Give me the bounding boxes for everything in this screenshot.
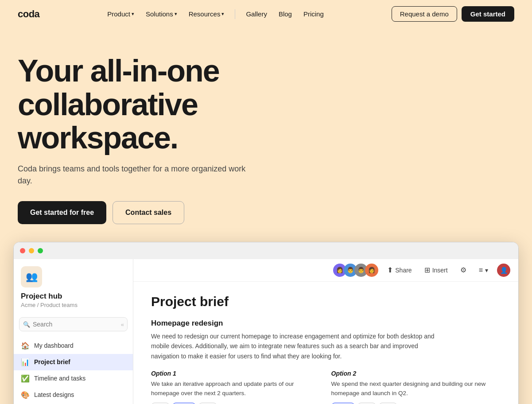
chevron-down-icon: ▾ <box>132 11 134 17</box>
hero-title: Your all-in-one collaborative workspace. <box>18 54 328 155</box>
sidebar-header: 👥 Project hub Acme / Product teams <box>14 266 133 314</box>
nav-right: Request a demo Get started <box>392 6 514 22</box>
collapse-icon[interactable]: « <box>121 321 124 327</box>
share-icon: ⬆ <box>387 266 393 274</box>
nav-gallery[interactable]: Gallery <box>241 8 272 20</box>
nav-resources[interactable]: Resources ▾ <box>184 8 229 20</box>
settings-button[interactable]: ⚙ <box>457 264 470 276</box>
timeline-icon: ✅ <box>21 374 30 383</box>
sidebar-search-wrap: 🔍 « <box>19 317 128 331</box>
search-input[interactable] <box>19 317 128 331</box>
user-avatar[interactable]: 👤 <box>497 264 510 277</box>
avatar: 👩 <box>365 264 378 277</box>
request-demo-button[interactable]: Request a demo <box>392 6 457 22</box>
section-body: We need to redesign our current homepage… <box>151 331 439 361</box>
option-1-desc: We take an iterative approach and update… <box>151 380 321 398</box>
sidebar-item-timeline-tasks[interactable]: ✅ Timeline and tasks <box>14 370 133 387</box>
sidebar-avatar: 👥 <box>21 266 42 287</box>
sidebar: 👥 Project hub Acme / Product teams 🔍 « 🏠… <box>14 259 133 404</box>
nav-divider <box>235 9 235 19</box>
sidebar-item-latest-designs[interactable]: 🎨 Latest designs <box>14 387 133 403</box>
logo[interactable]: coda <box>18 8 39 20</box>
chevron-down-icon: ▾ <box>175 11 177 17</box>
sidebar-title: Project hub <box>21 292 126 301</box>
close-dot[interactable] <box>20 248 25 253</box>
nav-product[interactable]: Product ▾ <box>103 8 139 20</box>
sidebar-item-label: Latest designs <box>34 391 74 398</box>
app-window-wrap: 👥 Project hub Acme / Product teams 🔍 « 🏠… <box>0 242 532 404</box>
hero-buttons: Get started for free Contact sales <box>18 201 514 224</box>
document-icon: ≡ <box>479 266 483 274</box>
maximize-dot[interactable] <box>38 248 43 253</box>
share-button[interactable]: ⬆ Share <box>384 264 415 276</box>
insert-icon: ⊞ <box>424 266 430 274</box>
option-1-label: Option 1 <box>151 370 321 377</box>
get-started-button[interactable]: Get started <box>462 6 514 22</box>
option-2: Option 2 We spend the next quarter desig… <box>331 370 501 404</box>
hero-subtitle: Coda brings teams and tools together for… <box>18 163 257 187</box>
designs-icon: 🎨 <box>21 391 30 399</box>
document-title: Project brief <box>151 294 501 309</box>
gear-icon: ⚙ <box>460 266 466 274</box>
hero-section: Your all-in-one collaborative workspace.… <box>0 28 532 242</box>
get-started-free-button[interactable]: Get started for free <box>18 201 106 224</box>
minimize-dot[interactable] <box>29 248 34 253</box>
sidebar-nav: 🏠 My dashboard 📊 Project brief ✅ Timelin… <box>14 335 133 404</box>
search-icon: 🔍 <box>23 321 30 327</box>
nav-links: Product ▾ Solutions ▾ Resources ▾ Galler… <box>103 8 328 20</box>
window-titlebar <box>14 242 518 259</box>
sidebar-item-label: Timeline and tasks <box>34 375 85 382</box>
insert-button[interactable]: ⊞ Insert <box>421 264 451 276</box>
option-2-desc: We spend the next quarter designing and … <box>331 380 501 398</box>
document-content: Project brief Homepage redesign We need … <box>133 282 518 404</box>
nav-pricing[interactable]: Pricing <box>299 8 328 20</box>
options-grid: Option 1 We take an iterative approach a… <box>151 370 501 404</box>
sidebar-item-project-brief[interactable]: 📊 Project brief <box>14 354 133 370</box>
option-1: Option 1 We take an iterative approach a… <box>151 370 321 404</box>
dashboard-icon: 🏠 <box>21 342 30 350</box>
navbar: coda Product ▾ Solutions ▾ Resources ▾ G… <box>0 0 532 28</box>
window-body: 👥 Project hub Acme / Product teams 🔍 « 🏠… <box>14 259 518 404</box>
sidebar-item-label: Project brief <box>34 358 70 365</box>
chevron-down-icon: ▾ <box>485 267 488 274</box>
collaborator-avatars: 👩 👨 👨 👩 <box>333 264 378 277</box>
contact-sales-button[interactable]: Contact sales <box>113 201 184 224</box>
doc-options-button[interactable]: ≡ ▾ <box>475 264 492 276</box>
section-heading: Homepage redesign <box>151 319 501 328</box>
sidebar-subtitle: Acme / Product teams <box>21 302 126 308</box>
main-toolbar: 👩 👨 👨 👩 ⬆ Share ⊞ Insert ⚙ <box>133 259 518 282</box>
chevron-down-icon: ▾ <box>221 11 224 17</box>
app-window: 👥 Project hub Acme / Product teams 🔍 « 🏠… <box>13 242 519 404</box>
nav-blog[interactable]: Blog <box>274 8 296 20</box>
sidebar-item-label: My dashboard <box>34 342 74 349</box>
option-2-label: Option 2 <box>331 370 501 377</box>
nav-solutions[interactable]: Solutions ▾ <box>141 8 182 20</box>
sidebar-item-my-dashboard[interactable]: 🏠 My dashboard <box>14 338 133 354</box>
project-brief-icon: 📊 <box>21 358 30 366</box>
main-content: 👩 👨 👨 👩 ⬆ Share ⊞ Insert ⚙ <box>133 259 518 404</box>
